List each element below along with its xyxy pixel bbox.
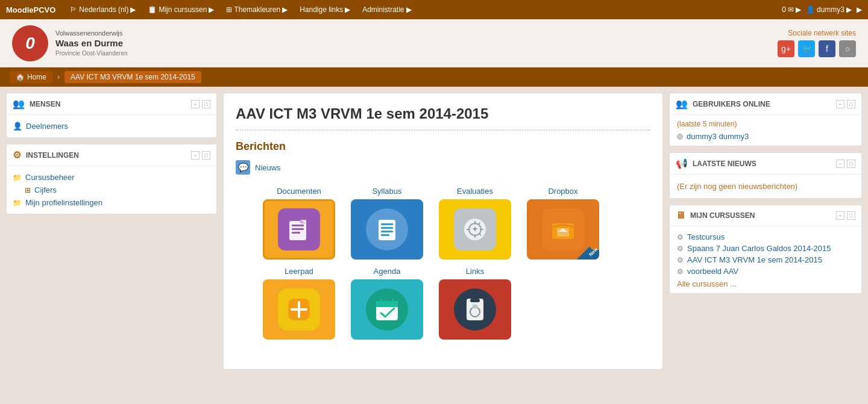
svg-rect-29 <box>470 299 480 302</box>
flag-icon: 🏳 <box>70 5 77 14</box>
mijn-cursussen-body: ⚙Testcursus⚙Spaans 7 Juan Carlos Galdos … <box>670 226 861 293</box>
collapse-icon[interactable]: − <box>836 100 844 108</box>
mensen-title: 👥 MENSEN <box>13 98 60 110</box>
cursussen-list: ⚙Testcursus⚙Spaans 7 Juan Carlos Galdos … <box>677 231 854 277</box>
user-menu[interactable]: 👤 dummy3 ▶ <box>806 5 852 14</box>
google-plus-icon[interactable]: g+ <box>778 40 794 57</box>
cursus-link[interactable]: ⚙AAV ICT M3 VRVM 1e sem 2014-2015 <box>677 254 854 266</box>
grid-icon: ⊞ <box>25 186 31 194</box>
instellingen-controls: − □ <box>191 151 210 160</box>
collapse-icon[interactable]: − <box>191 100 200 108</box>
deelnemers-link[interactable]: 👤 Deelnemers <box>13 120 210 132</box>
leerpad-icon-wrap <box>263 279 335 340</box>
evaluaties-inner: + <box>454 208 496 250</box>
syllabus-inner <box>366 208 408 250</box>
cursus-link[interactable]: ⚙Spaans 7 Juan Carlos Galdos 2014-2015 <box>677 243 854 254</box>
berichten-title: Berichten <box>236 140 650 153</box>
forum-icon: 💬 <box>236 160 250 175</box>
chevron-icon: ▶ <box>130 5 136 14</box>
logo-area: 0 Volwassenenonderwijs Waas en Durme Pro… <box>12 25 128 61</box>
activity-grid: Documenten <box>236 187 650 340</box>
collapse-icon[interactable]: − <box>191 151 200 160</box>
social-icons: g+ 🐦 f ○ <box>778 40 856 57</box>
gebruikers-body: (laatste 5 minuten) dummy3 dummy3 <box>670 115 861 146</box>
chevron-icon: ▶ <box>209 5 214 14</box>
twitter-icon[interactable]: 🐦 <box>798 40 815 57</box>
cijfers-link[interactable]: ⊞ Cijfers <box>13 184 210 196</box>
other-social-icon[interactable]: ○ <box>839 40 856 57</box>
top-nav-items: 🏳 Nederlands (nl) ▶ 📋 Mijn cursussen ▶ ⊞… <box>65 4 782 15</box>
mail-area[interactable]: 0 ✉ ▶ <box>782 5 801 14</box>
activity-links[interactable]: Links <box>436 267 514 340</box>
facebook-icon[interactable]: f <box>819 40 835 57</box>
collapse-icon[interactable]: − <box>836 160 844 168</box>
top-nav-right: 0 ✉ ▶ 👤 dummy3 ▶ ▶ <box>782 5 862 14</box>
online-user[interactable]: dummy3 dummy3 <box>677 132 854 141</box>
mijn-cursussen-header: 🖥 MIJN CURSUSSEN − □ <box>670 205 861 226</box>
syllabus-icon-wrap <box>351 199 423 259</box>
mensen-body: 👤 Deelnemers <box>7 115 216 137</box>
nav-themes[interactable]: ⊞ Themakleuren ▶ <box>221 4 292 15</box>
svg-rect-25 <box>376 305 398 307</box>
social-area: Sociale netwerk sites g+ 🐦 f ○ <box>778 29 856 57</box>
alle-cursussen-link[interactable]: Alle cursussen ... <box>677 279 854 288</box>
nav-language[interactable]: 🏳 Nederlands (nl) ▶ <box>65 4 140 15</box>
gebruikers-header: 👥 GEBRUIKERS ONLINE − □ <box>670 93 861 115</box>
instellingen-header: ⚙ INSTELLINGEN − □ <box>7 145 216 166</box>
cursusbeheer-link[interactable]: 📁 Cursusbeheer <box>13 171 210 184</box>
activity-evaluaties[interactable]: Evaluaties <box>436 187 514 259</box>
profiel-link[interactable]: 📁 Mijn profielinstellingen <box>13 196 210 209</box>
left-sidebar: 👥 MENSEN − □ 👤 Deelnemers ⚙ IN <box>6 93 217 214</box>
instellingen-block: ⚙ INSTELLINGEN − □ 📁 Cursusbeheer ⊞ Cijf… <box>6 144 217 214</box>
nav-courses[interactable]: 📋 Mijn cursussen ▶ <box>143 4 219 15</box>
people-icon: 👥 <box>13 98 25 110</box>
expand-icon[interactable]: □ <box>847 100 855 108</box>
links-icon-wrap <box>439 279 511 340</box>
nav-admin[interactable]: Administratie ▶ <box>357 4 416 15</box>
expand-icon[interactable]: ▶ <box>857 5 862 14</box>
activity-agenda[interactable]: Agenda <box>348 267 426 340</box>
expand-icon[interactable]: □ <box>202 151 210 160</box>
svg-rect-3 <box>292 232 300 234</box>
user-status-dot <box>677 134 683 140</box>
svg-rect-5 <box>381 223 393 225</box>
nav-links[interactable]: Handige links ▶ <box>295 4 355 15</box>
nieuws-header: 📢 LAATSTE NIEUWS − □ <box>670 153 861 175</box>
activity-syllabus[interactable]: Syllabus <box>348 187 426 259</box>
right-sidebar: 👥 GEBRUIKERS ONLINE − □ (laatste 5 minut… <box>669 93 862 294</box>
cursus-link[interactable]: ⚙Testcursus <box>677 231 854 243</box>
site-header: 0 Volwassenenonderwijs Waas en Durme Pro… <box>0 19 868 67</box>
gear-icon: ⚙ <box>677 267 684 276</box>
nieuws-link[interactable]: 💬 Nieuws <box>236 160 650 175</box>
collapse-icon[interactable]: − <box>836 211 844 220</box>
agenda-inner <box>366 288 408 331</box>
dropbox-inner <box>542 208 584 250</box>
svg-rect-1 <box>292 225 304 226</box>
top-nav: MoodlePCVO 🏳 Nederlands (nl) ▶ 📋 Mijn cu… <box>0 0 868 19</box>
mijn-cursussen-block: 🖥 MIJN CURSUSSEN − □ ⚙Testcursus⚙Spaans … <box>669 205 862 294</box>
chevron-icon: ▶ <box>282 5 288 14</box>
user-avatar-icon: 👤 <box>806 5 815 14</box>
people-icon: 👥 <box>676 98 688 110</box>
dropbox-icon-wrap: New Activity New <box>527 199 599 259</box>
chevron-icon: ▶ <box>796 5 801 14</box>
person-icon: 👤 <box>13 122 22 131</box>
chevron-icon: ▶ <box>846 5 852 14</box>
home-breadcrumb[interactable]: 🏠 Home <box>10 71 52 83</box>
folder-icon: 📁 <box>13 173 22 182</box>
nieuws-block: 📢 LAATSTE NIEUWS − □ (Er zijn nog geen n… <box>669 152 862 199</box>
megaphone-icon: 📢 <box>676 158 688 169</box>
brand-logo[interactable]: MoodlePCVO <box>6 5 55 14</box>
cursus-link[interactable]: ⚙voorbeeld AAV <box>677 266 854 277</box>
nieuws-title: 📢 LAATSTE NIEUWS <box>676 158 756 169</box>
activity-documenten[interactable]: Documenten <box>260 187 338 259</box>
expand-icon[interactable]: □ <box>847 211 855 220</box>
instellingen-body: 📁 Cursusbeheer ⊞ Cijfers 📁 Mijn profieli… <box>7 166 216 214</box>
expand-icon[interactable]: □ <box>847 160 855 168</box>
gear-icon: ⚙ <box>677 244 684 253</box>
activity-dropbox[interactable]: Dropbox New Activity <box>524 187 602 259</box>
activity-leerpad[interactable]: Leerpad <box>260 267 338 340</box>
svg-rect-31 <box>473 305 477 308</box>
expand-icon[interactable]: □ <box>202 100 210 108</box>
courses-icon: 📋 <box>148 5 157 14</box>
